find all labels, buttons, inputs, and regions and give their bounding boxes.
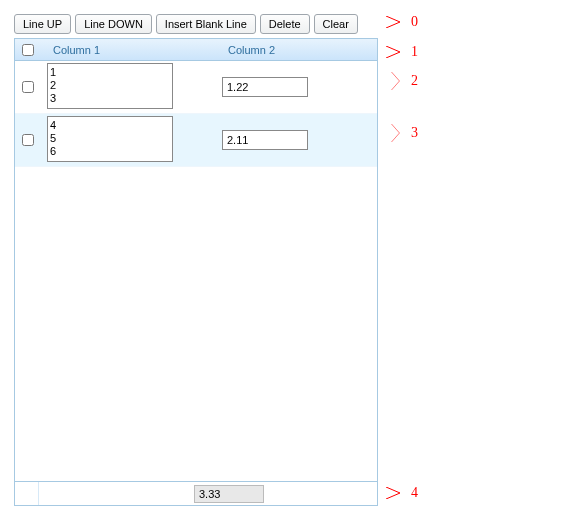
callout-0: 0 — [386, 14, 418, 30]
delete-button[interactable]: Delete — [260, 14, 310, 34]
col1-textarea[interactable] — [47, 116, 173, 162]
callout-label: 3 — [411, 125, 418, 141]
select-all-checkbox[interactable] — [22, 44, 34, 56]
toolbar: Line UP Line DOWN Insert Blank Line Dele… — [14, 14, 558, 34]
table-row — [15, 61, 377, 114]
grid-body[interactable] — [15, 61, 377, 481]
table-row — [15, 114, 377, 167]
row-checkbox[interactable] — [22, 134, 34, 146]
col1-textarea[interactable] — [47, 63, 173, 109]
data-grid: Column 1 Column 2 — [14, 38, 378, 482]
callout-label: 4 — [411, 485, 418, 501]
callout-4: 4 — [386, 485, 418, 501]
footer-total-input[interactable] — [194, 485, 264, 503]
callout-label: 2 — [411, 73, 418, 89]
grid-footer — [14, 482, 378, 506]
callout-3: 3 — [386, 124, 418, 142]
grid-header-row: Column 1 Column 2 — [15, 39, 377, 61]
col2-input[interactable] — [222, 77, 308, 97]
line-down-button[interactable]: Line DOWN — [75, 14, 152, 34]
column-header-1[interactable]: Column 1 — [39, 44, 184, 56]
clear-button[interactable]: Clear — [314, 14, 358, 34]
row-checkbox[interactable] — [22, 81, 34, 93]
col2-input[interactable] — [222, 130, 308, 150]
insert-blank-line-button[interactable]: Insert Blank Line — [156, 14, 256, 34]
line-up-button[interactable]: Line UP — [14, 14, 71, 34]
callout-label: 0 — [411, 14, 418, 30]
callout-1: 1 — [386, 44, 418, 60]
column-header-2[interactable]: Column 2 — [184, 44, 377, 56]
callout-2: 2 — [386, 72, 418, 90]
callout-label: 1 — [411, 44, 418, 60]
